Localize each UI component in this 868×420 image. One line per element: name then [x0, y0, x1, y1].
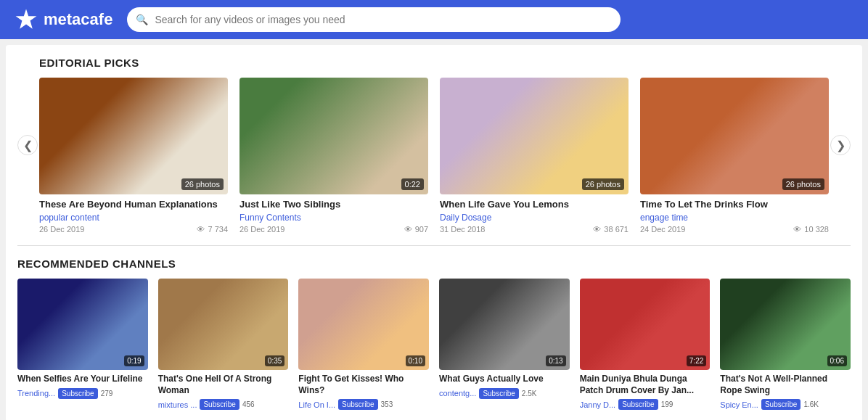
card-date: 24 Dec 2019 [640, 225, 685, 234]
card-meta: 31 Dec 2018 👁 38 671 [440, 225, 629, 234]
rec-channel[interactable]: contentg... [439, 389, 476, 398]
rec-meta: Spicy En... Subscribe 1.6K [720, 399, 851, 410]
editorial-grid: 26 photos These Are Beyond Human Explana… [39, 78, 829, 234]
rec-thumbnail: 0:35 [158, 279, 289, 370]
header: metacafe 🔍 [0, 0, 868, 39]
subscribe-button[interactable]: Subscribe [338, 399, 377, 410]
sub-count: 279 [101, 390, 113, 398]
rec-title: What Guys Actually Love [439, 374, 570, 385]
editorial-section: EDITORIAL PICKS ❮ 26 photos These Are Be… [17, 57, 851, 234]
sub-count: 353 [381, 400, 393, 408]
rec-channel[interactable]: mixtures ... [158, 400, 197, 409]
card-channel[interactable]: Funny Contents [239, 213, 428, 223]
card-views: 👁 7 734 [197, 225, 228, 234]
card-thumbnail: 0:22 [239, 78, 428, 194]
logo-star-icon [15, 8, 38, 31]
card-title: These Are Beyond Human Explanations [39, 199, 228, 210]
rec-channel[interactable]: Life On I... [298, 400, 335, 409]
subscribe-button[interactable]: Subscribe [479, 388, 518, 399]
rec-meta: mixtures ... Subscribe 456 [158, 399, 289, 410]
rec-badge: 0:13 [546, 355, 565, 366]
rec-title: Main Duniya Bhula Dunga Patch Drum Cover… [580, 374, 711, 396]
recommended-grid: 0:19 When Selfies Are Your Lifeline Tren… [17, 279, 851, 410]
rec-meta: Janny D... Subscribe 199 [580, 399, 711, 410]
right-arrow-icon: ❯ [836, 139, 846, 152]
subscribe-button[interactable]: Subscribe [58, 388, 97, 399]
sub-count: 199 [661, 400, 673, 408]
sub-count: 2.5K [522, 390, 537, 398]
card-title: Time To Let The Drinks Flow [640, 199, 829, 210]
rec-title: That's Not A Well-Planned Rope Swing [720, 374, 851, 396]
editorial-card[interactable]: 26 photos When Life Gave You Lemons Dail… [440, 78, 629, 234]
card-title: Just Like Two Siblings [239, 199, 428, 210]
editorial-card[interactable]: 26 photos Time To Let The Drinks Flow en… [640, 78, 829, 234]
search-input[interactable] [127, 7, 621, 32]
editorial-card[interactable]: 0:22 Just Like Two Siblings Funny Conten… [239, 78, 428, 234]
sub-count: 456 [242, 400, 255, 408]
subscribe-button[interactable]: Subscribe [618, 399, 658, 410]
card-channel[interactable]: engage time [640, 213, 829, 223]
rec-channel[interactable]: Janny D... [580, 400, 616, 409]
rec-badge: 0:06 [827, 355, 847, 366]
card-thumbnail: 26 photos [640, 78, 829, 194]
card-date: 31 Dec 2018 [440, 225, 485, 234]
recommended-card[interactable]: 0:19 When Selfies Are Your Lifeline Tren… [17, 279, 148, 410]
rec-thumbnail: 0:06 [720, 279, 851, 370]
recommended-card[interactable]: 7:22 Main Duniya Bhula Dunga Patch Drum … [580, 279, 711, 410]
card-views: 👁 907 [404, 225, 428, 234]
left-arrow-icon: ❮ [23, 139, 33, 152]
rec-thumbnail: 7:22 [580, 279, 711, 370]
search-bar: 🔍 [127, 7, 621, 32]
card-meta: 24 Dec 2019 👁 10 328 [640, 225, 829, 234]
editorial-card[interactable]: 26 photos These Are Beyond Human Explana… [39, 78, 228, 234]
card-badge: 26 photos [782, 178, 824, 190]
recommended-card[interactable]: 0:10 Fight To Get Kisses! Who Wins? Life… [298, 279, 429, 410]
rec-channel[interactable]: Spicy En... [720, 400, 758, 409]
rec-thumbnail: 0:10 [298, 279, 429, 370]
rec-thumbnail: 0:19 [17, 279, 148, 370]
search-icon: 🔍 [136, 14, 148, 25]
rec-badge: 0:10 [406, 355, 425, 366]
recommended-card[interactable]: 0:35 That's One Hell Of A Strong Woman m… [158, 279, 289, 410]
rec-title: When Selfies Are Your Lifeline [17, 374, 148, 385]
rec-badge: 0:35 [265, 355, 284, 366]
carousel-prev-button[interactable]: ❮ [17, 135, 38, 155]
card-date: 26 Dec 2019 [239, 225, 284, 234]
editorial-title: EDITORIAL PICKS [39, 57, 829, 69]
card-title: When Life Gave You Lemons [440, 199, 629, 210]
eye-icon: 👁 [404, 225, 412, 234]
card-thumbnail: 26 photos [39, 78, 228, 194]
carousel-next-button[interactable]: ❯ [830, 135, 851, 155]
main-content: EDITORIAL PICKS ❮ 26 photos These Are Be… [6, 45, 862, 420]
rec-badge: 7:22 [687, 355, 706, 366]
rec-meta: Trending... Subscribe 279 [17, 388, 148, 399]
rec-title: Fight To Get Kisses! Who Wins? [298, 374, 429, 396]
rec-channel[interactable]: Trending... [17, 389, 55, 398]
rec-meta: Life On I... Subscribe 353 [298, 399, 429, 410]
sub-count: 1.6K [803, 400, 819, 408]
recommended-card[interactable]: 0:06 That's Not A Well-Planned Rope Swin… [720, 279, 851, 410]
rec-badge: 0:19 [124, 355, 144, 366]
card-channel[interactable]: Daily Dosage [440, 213, 629, 223]
eye-icon: 👁 [793, 225, 801, 234]
card-views: 👁 10 328 [793, 225, 829, 234]
subscribe-button[interactable]: Subscribe [761, 399, 801, 410]
logo[interactable]: metacafe [15, 8, 112, 31]
card-badge: 0:22 [401, 178, 424, 190]
recommended-section: RECOMMENDED CHANNELS 0:19 When Selfies A… [17, 258, 851, 410]
section-divider [17, 245, 851, 246]
subscribe-button[interactable]: Subscribe [200, 399, 239, 410]
eye-icon: 👁 [197, 225, 205, 234]
card-channel[interactable]: popular content [39, 213, 228, 223]
card-date: 26 Dec 2019 [39, 225, 84, 234]
recommended-title: RECOMMENDED CHANNELS [17, 258, 851, 270]
rec-meta: contentg... Subscribe 2.5K [439, 388, 570, 399]
card-thumbnail: 26 photos [440, 78, 629, 194]
rec-title: That's One Hell Of A Strong Woman [158, 374, 289, 396]
rec-thumbnail: 0:13 [439, 279, 570, 370]
logo-text: metacafe [44, 10, 112, 29]
recommended-card[interactable]: 0:13 What Guys Actually Love contentg...… [439, 279, 570, 410]
eye-icon: 👁 [593, 225, 601, 234]
svg-marker-0 [16, 9, 37, 29]
card-badge: 26 photos [181, 178, 224, 190]
